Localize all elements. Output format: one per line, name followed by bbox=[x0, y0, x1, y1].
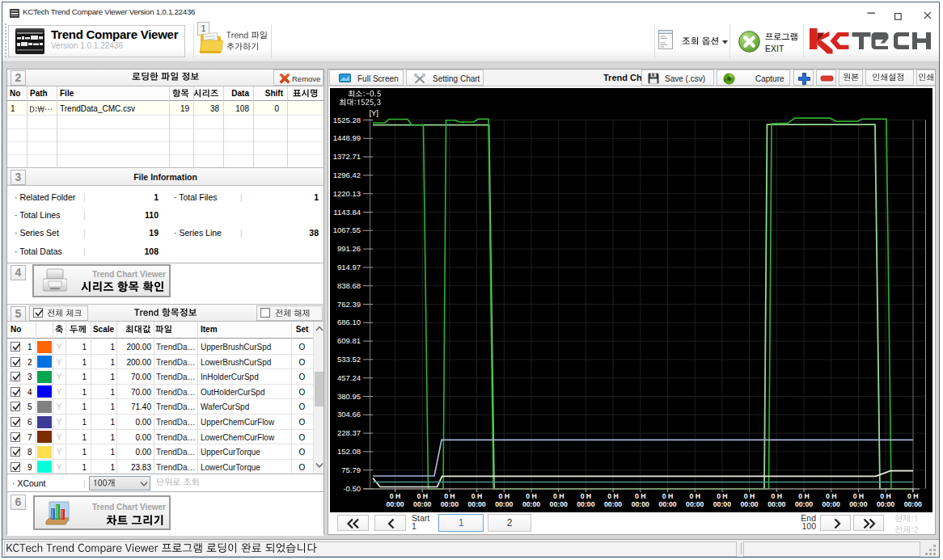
svg-text:0 H: 0 H bbox=[581, 492, 592, 500]
svg-text:914.97: 914.97 bbox=[337, 263, 361, 272]
svg-text:533.52: 533.52 bbox=[337, 355, 361, 364]
svg-text:0 H: 0 H bbox=[689, 492, 700, 500]
svg-text:00:00: 00:00 bbox=[768, 500, 785, 508]
svg-text:00:00: 00:00 bbox=[495, 500, 513, 508]
svg-text:0 H: 0 H bbox=[390, 492, 401, 500]
svg-text:00:00: 00:00 bbox=[441, 500, 459, 508]
svg-text:1372.71: 1372.71 bbox=[333, 152, 361, 161]
svg-text:0 H: 0 H bbox=[772, 492, 783, 500]
svg-text:00:00: 00:00 bbox=[632, 500, 649, 508]
svg-text:00:00: 00:00 bbox=[386, 500, 404, 508]
svg-text:304.66: 304.66 bbox=[337, 410, 361, 419]
svg-text:75.79: 75.79 bbox=[341, 465, 361, 474]
svg-text:00:00: 00:00 bbox=[877, 500, 894, 508]
svg-text:0 H: 0 H bbox=[444, 492, 455, 500]
svg-text:380.95: 380.95 bbox=[337, 392, 361, 401]
svg-text:0 H: 0 H bbox=[499, 492, 510, 500]
svg-text:838.68: 838.68 bbox=[337, 281, 361, 290]
svg-text:1296.42: 1296.42 bbox=[333, 171, 361, 179]
svg-text:762.39: 762.39 bbox=[337, 300, 361, 309]
svg-text:00:00: 00:00 bbox=[413, 500, 431, 508]
svg-text:0 H: 0 H bbox=[662, 492, 674, 500]
svg-text:-0.50: -0.50 bbox=[343, 484, 361, 493]
svg-text:686.10: 686.10 bbox=[337, 318, 361, 326]
svg-text:152.08: 152.08 bbox=[337, 447, 361, 456]
svg-text:1067.55: 1067.55 bbox=[333, 225, 361, 234]
svg-text:0 H: 0 H bbox=[417, 492, 428, 500]
svg-text:0 H: 0 H bbox=[635, 492, 646, 500]
svg-text:0 H: 0 H bbox=[826, 492, 837, 500]
svg-text:0 H: 0 H bbox=[717, 492, 728, 500]
svg-text:0 H: 0 H bbox=[853, 492, 865, 500]
svg-text:0 H: 0 H bbox=[907, 492, 919, 500]
svg-text:0 H: 0 H bbox=[526, 492, 537, 500]
svg-text:0 H: 0 H bbox=[607, 492, 619, 500]
svg-text:00:00: 00:00 bbox=[604, 500, 622, 508]
svg-text:1220.13: 1220.13 bbox=[333, 189, 361, 198]
svg-text:609.81: 609.81 bbox=[337, 336, 361, 345]
svg-text:00:00: 00:00 bbox=[822, 500, 840, 508]
svg-text:00:00: 00:00 bbox=[522, 500, 540, 508]
svg-text:00:00: 00:00 bbox=[658, 500, 676, 508]
svg-text:00:00: 00:00 bbox=[467, 500, 485, 508]
svg-text:00:00: 00:00 bbox=[795, 500, 813, 508]
svg-text:0 H: 0 H bbox=[553, 492, 565, 500]
svg-text:[Y]: [Y] bbox=[369, 108, 378, 117]
svg-text:00:00: 00:00 bbox=[713, 500, 731, 508]
svg-text:1525.28: 1525.28 bbox=[333, 116, 361, 124]
svg-text:457.24: 457.24 bbox=[337, 373, 361, 382]
svg-text:00:00: 00:00 bbox=[849, 500, 867, 508]
svg-text:991.26: 991.26 bbox=[337, 244, 361, 253]
svg-text:1448.99: 1448.99 bbox=[333, 133, 361, 142]
svg-text:0 H: 0 H bbox=[880, 492, 891, 500]
svg-text:00:00: 00:00 bbox=[904, 500, 922, 508]
svg-text:00:00: 00:00 bbox=[577, 500, 594, 508]
svg-text:00:00: 00:00 bbox=[686, 500, 704, 508]
svg-text:0 H: 0 H bbox=[744, 492, 755, 500]
svg-text:00:00: 00:00 bbox=[550, 500, 568, 508]
svg-text:228.37: 228.37 bbox=[337, 428, 361, 437]
svg-text:1143.84: 1143.84 bbox=[333, 208, 361, 217]
svg-text:0 H: 0 H bbox=[472, 492, 483, 500]
svg-text:0 H: 0 H bbox=[798, 492, 810, 500]
svg-text:00:00: 00:00 bbox=[740, 500, 758, 508]
